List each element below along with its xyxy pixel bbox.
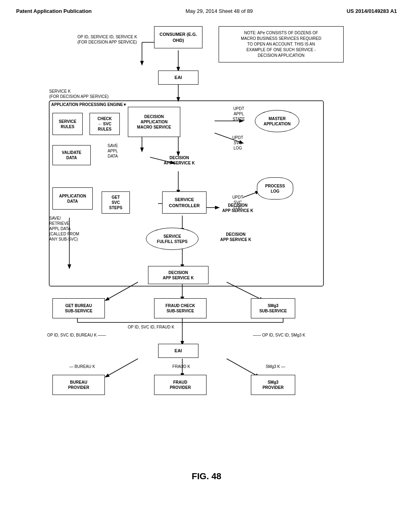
decision-app-macro-box: DECISIONAPPLICATIONMACRO SERVICE: [128, 107, 180, 137]
fraud-provider-box: FRAUDPROVIDER: [154, 375, 206, 395]
op-id-svc-fraud-label: OP ID, SVC ID, FRAUD K: [116, 324, 186, 330]
decision-fulfill-k-label: DECISIONAPP SERVICE K: [215, 232, 257, 242]
updt-svc-log1-label: UPDTSVCLOG: [227, 135, 249, 151]
eai-bottom-box: EAI: [158, 344, 198, 358]
service-rules-box: SERVICERULES: [52, 113, 83, 135]
decision-app-service-k1-label: DECISIONAPP SERVICE K: [158, 155, 200, 166]
master-app-box: MASTERAPPLICATION: [255, 110, 299, 132]
op-id-svc-bureau-label: OP ID, SVC ID, BUREAU K ——: [47, 332, 110, 338]
fraud-k-label: FRAUD K: [168, 364, 194, 369]
check-svc-rules-box: CHECK← SVCRULES: [90, 113, 120, 135]
validate-data-box: VALIDATEDATA: [52, 145, 91, 165]
eai-top-box: EAI: [158, 71, 198, 85]
bureau-provider-box: BUREAUPROVIDER: [52, 375, 105, 395]
figure-label: FIG. 48: [25, 471, 388, 482]
consumer-box: CONSUMER (E.G. OHD): [154, 26, 202, 48]
diagram-area: NOTE: APe CONSISTS OF DOZENS OF MACRO BU…: [25, 18, 388, 490]
page-header: Patent Application Publication May 29, 2…: [16, 8, 397, 14]
svg-line-26: [106, 359, 138, 377]
decision-app-service-k2-label: DECISIONAPP SERVICE K: [221, 203, 255, 213]
header-left: Patent Application Publication: [16, 8, 92, 14]
header-right: US 2014/0149283 A1: [346, 8, 397, 14]
decision-app-k-center: DECISIONAPP SERVICE K: [148, 266, 209, 284]
fraud-check-box: FRAUD CHECKSUB-SERVICE: [154, 298, 206, 318]
get-bureau-box: GET BUREAUSUB-SERVICE: [52, 298, 105, 318]
op-id-svc-smg3-label: —— OP ID, SVC ID, SMg3 K: [243, 332, 305, 338]
process-log-box: PROCESSLOG: [257, 177, 293, 200]
bureau-k-label: — BUREAU K: [69, 364, 100, 369]
get-svc-steps-box: GETSVCSTEPS: [102, 191, 130, 214]
smg3-k-label: SMg3 K —: [251, 364, 285, 369]
save-retrieve-label: SAVE/RETRIEVEAPPL DATA(CALLED FROMANY SU…: [49, 216, 96, 242]
page: Patent Application Publication May 29, 2…: [0, 0, 413, 532]
header-center: May 29, 2014 Sheet 48 of 89: [186, 8, 253, 14]
op-id-label-top: OP ID, SERVICE ID, SERVICE K(FOR DECISIO…: [77, 34, 144, 45]
service-controller-box: SERVICECONTROLLER: [162, 191, 206, 214]
smg3-box: SMg3SUB-SERVICE: [251, 298, 295, 318]
save-appl-data-label: SAVEAPPLDATA: [100, 143, 126, 159]
note-box: NOTE: APe CONSISTS OF DOZENS OF MACRO BU…: [219, 26, 344, 62]
updt-appl-state-label: UPDTAPPLSTATE: [227, 106, 251, 122]
app-data-box: APPLICATIONDATA: [52, 187, 93, 210]
smg3-provider-box: SMg3PROVIDER: [251, 375, 295, 395]
service-k-label: SERVICE K(FOR DECISION APP SERVICE): [49, 89, 122, 99]
svg-line-18: [106, 282, 138, 300]
svg-line-20: [227, 282, 263, 300]
service-fulfill-box: SERVICEFULFILL STEPS: [146, 228, 198, 250]
